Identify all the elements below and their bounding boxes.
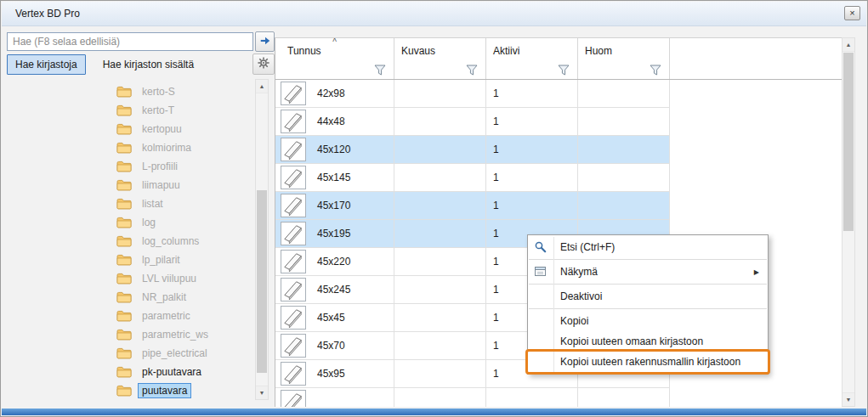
- tree-item-kerto-s[interactable]: kerto-S: [3, 82, 254, 101]
- tree-item-pipe-electrical[interactable]: pipe_electrical: [3, 344, 254, 363]
- tree-item-label: log_columns: [138, 234, 203, 249]
- aktiivi-value: 1: [486, 108, 578, 136]
- tree-item-label: puutavara: [138, 383, 191, 398]
- aktiivi-value: 1: [486, 136, 578, 164]
- search-go-button[interactable]: [255, 31, 275, 52]
- scroll-down-icon[interactable]: ▼: [256, 386, 268, 399]
- tree-scrollbar-thumb[interactable]: [257, 190, 267, 373]
- table-scrollbar-thumb[interactable]: [843, 53, 854, 231]
- menu-item-deaktivoi[interactable]: Deaktivoi: [528, 286, 768, 307]
- menu-item-kopioi-uuteen-omaan-kirjastoon[interactable]: Kopioi uuteen omaan kirjastoon: [528, 331, 768, 352]
- folder-icon: [116, 179, 132, 191]
- kuvaus-value: [394, 192, 486, 220]
- tab-hae-kirjastoja[interactable]: Hae kirjastoja: [7, 54, 86, 75]
- folder-icon: [116, 291, 132, 303]
- scroll-down-icon[interactable]: ▼: [842, 392, 854, 406]
- folder-icon: [116, 142, 132, 154]
- tree-item-kolmiorima[interactable]: kolmiorima: [3, 138, 254, 157]
- table-header-row: ^ Tunnus Kuvaus Aktiivi Huom: [275, 38, 842, 60]
- kuvaus-value: [394, 248, 486, 276]
- titlebar[interactable]: Vertex BD Pro: [2, 2, 866, 26]
- menu-item-kopioi-uuteen-rakennusmallin-kirjastoon[interactable]: Kopioi uuteen rakennusmallin kirjastoon: [528, 352, 768, 372]
- tree-item-log-columns[interactable]: log_columns: [3, 232, 254, 251]
- table-row-45x170[interactable]: 45x170 1: [275, 192, 842, 220]
- settings-button[interactable]: [252, 54, 275, 75]
- tab-hae-kirjaston-sisalta[interactable]: Hae kirjaston sisältä: [94, 54, 202, 75]
- table-row-44x48[interactable]: 44x48 1: [275, 108, 842, 136]
- tunnus-value: 45x170: [317, 200, 350, 211]
- tree-item-log[interactable]: log: [3, 213, 254, 232]
- menu-item-etsi-ctrl-f[interactable]: Etsi (Ctrl+F): [528, 237, 768, 257]
- table-row-partial[interactable]: [275, 388, 842, 407]
- sort-ascending-icon: ^: [332, 37, 337, 47]
- aktiivi-value: 1: [486, 192, 578, 220]
- filter-funnel-icon[interactable]: [650, 64, 661, 75]
- folder-icon: [116, 123, 132, 135]
- tree-item-label: kertopuu: [138, 121, 186, 137]
- aktiivi-value: 1: [486, 164, 578, 192]
- column-header-aktiivi[interactable]: Aktiivi: [486, 38, 578, 60]
- column-header-huom[interactable]: Huom: [578, 38, 670, 60]
- search-input[interactable]: [7, 32, 253, 51]
- menu-item-n-kym[interactable]: Näkymä ▶: [528, 262, 768, 282]
- tree-scrollbar[interactable]: ▲ ▼: [255, 79, 269, 400]
- folder-icon: [116, 347, 132, 359]
- tree-item-puutavara[interactable]: puutavara: [3, 381, 254, 400]
- menu-item-label: Etsi (Ctrl+F): [560, 241, 615, 253]
- table-row-45x120[interactable]: 45x120 1: [275, 136, 842, 164]
- close-button[interactable]: ×: [844, 6, 860, 20]
- filter-cell-aktiivi[interactable]: [486, 60, 578, 79]
- filter-cell-huom[interactable]: [578, 60, 670, 79]
- search-icon: [534, 240, 547, 254]
- tree-item-label: lp_pilarit: [138, 252, 184, 268]
- menu-separator: [529, 284, 767, 285]
- tree-item-parametric[interactable]: parametric: [3, 307, 254, 325]
- tree-item-lp-pilarit[interactable]: lp_pilarit: [3, 251, 254, 269]
- tree-item-label: kerto-T: [138, 103, 179, 118]
- filter-cell-tunnus[interactable]: [275, 60, 394, 79]
- huom-value: [578, 108, 670, 136]
- tunnus-value: 45x220: [317, 256, 350, 268]
- tree-item-listat[interactable]: listat: [3, 194, 254, 213]
- folder-icon: [116, 273, 132, 285]
- menu-item-kopioi[interactable]: Kopioi: [528, 311, 768, 331]
- tree-item-nr-palkit[interactable]: NR_palkit: [3, 288, 254, 307]
- tree-item-label: pipe_electrical: [138, 346, 212, 361]
- column-header-tunnus[interactable]: ^ Tunnus: [275, 38, 394, 60]
- tunnus-value: 42x98: [317, 87, 345, 99]
- tree-item-pk-puutavara[interactable]: pk-puutavara: [3, 363, 254, 381]
- gear-icon: [257, 56, 270, 72]
- tree-item-lvl-viilupuu[interactable]: LVL viilupuu: [3, 269, 254, 288]
- profile-plank-icon: [281, 334, 306, 358]
- tree-item-label: listat: [138, 196, 167, 211]
- filter-funnel-icon[interactable]: [558, 64, 570, 75]
- profile-plank-icon: [281, 222, 306, 245]
- menu-separator: [529, 259, 767, 260]
- tree-item-liimapuu[interactable]: liimapuu: [3, 176, 254, 194]
- tree-item-kerto-t[interactable]: kerto-T: [3, 101, 254, 120]
- tunnus-value: 45x120: [317, 144, 350, 155]
- column-header-kuvaus[interactable]: Kuvaus: [394, 38, 486, 60]
- table-row-45x145[interactable]: 45x145 1: [275, 164, 842, 192]
- table-row-42x98[interactable]: 42x98 1: [275, 80, 842, 108]
- filter-funnel-icon[interactable]: [466, 64, 478, 75]
- column-header-filler: [670, 38, 842, 60]
- filter-funnel-icon[interactable]: [374, 64, 386, 75]
- tree-item-parametric-ws[interactable]: parametric_ws: [3, 325, 254, 344]
- tunnus-value: 45x70: [317, 340, 345, 352]
- tree-item-l-profiili[interactable]: L-profiili: [3, 157, 254, 176]
- menu-item-label: Deaktivoi: [560, 290, 602, 302]
- folder-tree: kerto-S kerto-T kertopuu kolmiorima L-pr…: [3, 79, 254, 402]
- filter-cell-filler: [670, 60, 842, 79]
- scroll-up-icon[interactable]: ▲: [842, 38, 854, 52]
- profile-plank-icon: [281, 166, 306, 189]
- window-title: Vertex BD Pro: [15, 8, 80, 20]
- tunnus-value: 45x145: [317, 172, 350, 183]
- filter-cell-kuvaus[interactable]: [394, 60, 486, 79]
- kuvaus-value: [394, 108, 486, 136]
- profile-plank-icon: [281, 306, 306, 330]
- table-scrollbar[interactable]: ▲ ▼: [842, 37, 855, 407]
- scroll-up-icon[interactable]: ▲: [256, 80, 268, 93]
- tree-item-kertopuu[interactable]: kertopuu: [3, 120, 254, 138]
- kuvaus-value: [394, 276, 486, 304]
